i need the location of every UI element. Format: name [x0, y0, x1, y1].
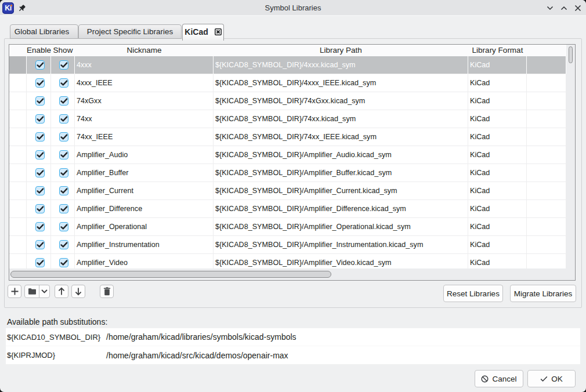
enable-checkbox[interactable]: [35, 240, 45, 249]
delete-library-button[interactable]: [100, 285, 114, 298]
migrate-libraries-button[interactable]: Migrate Libraries: [510, 285, 576, 302]
library-path-cell[interactable]: ${KICAD8_SYMBOL_DIR}/Amplifier_Current.k…: [214, 182, 468, 200]
nickname-cell[interactable]: 4xxx: [75, 56, 214, 74]
library-row[interactable]: Amplifier_Difference ${KICAD8_SYMBOL_DIR…: [9, 200, 566, 218]
library-row[interactable]: Amplifier_Instrumentation ${KICAD8_SYMBO…: [9, 236, 566, 254]
browse-library-dropdown-button[interactable]: [39, 285, 50, 298]
enable-checkbox[interactable]: [35, 60, 45, 70]
library-path-cell[interactable]: ${KICAD8_SYMBOL_DIR}/74xx.kicad_sym: [214, 110, 468, 128]
row-label-cell[interactable]: [9, 110, 27, 128]
show-checkbox[interactable]: [59, 78, 68, 88]
row-label-cell[interactable]: [9, 182, 27, 200]
nickname-cell[interactable]: Amplifier_Difference: [75, 200, 214, 218]
library-row[interactable]: Amplifier_Operational ${KICAD8_SYMBOL_DI…: [9, 218, 566, 236]
row-label-cell[interactable]: [9, 74, 27, 92]
library-path-cell[interactable]: ${KICAD8_SYMBOL_DIR}/Amplifier_Audio.kic…: [214, 146, 468, 164]
enable-checkbox[interactable]: [35, 186, 45, 195]
library-format-cell[interactable]: KiCad: [468, 254, 527, 268]
library-row[interactable]: 74xGxx ${KICAD8_SYMBOL_DIR}/74xGxx.kicad…: [9, 92, 566, 110]
enable-checkbox[interactable]: [35, 168, 45, 177]
cancel-button[interactable]: Cancel: [475, 370, 523, 387]
show-checkbox[interactable]: [59, 222, 68, 231]
library-path-cell[interactable]: ${KICAD8_SYMBOL_DIR}/Amplifier_Operation…: [214, 218, 468, 236]
library-format-cell[interactable]: KiCad: [468, 92, 527, 110]
library-path-cell[interactable]: ${KICAD8_SYMBOL_DIR}/74xx_IEEE.kicad_sym: [214, 128, 468, 146]
tab-project-specific-libraries[interactable]: Project Specific Libraries: [78, 24, 182, 39]
library-format-cell[interactable]: KiCad: [468, 56, 527, 74]
show-checkbox[interactable]: [59, 168, 68, 177]
column-header-show[interactable]: Show: [51, 45, 75, 56]
nickname-cell[interactable]: 74xGxx: [75, 92, 214, 110]
library-path-cell[interactable]: ${KICAD8_SYMBOL_DIR}/Amplifier_Video.kic…: [214, 254, 468, 268]
row-label-cell[interactable]: [9, 218, 27, 236]
library-format-cell[interactable]: KiCad: [468, 128, 527, 146]
close-window-icon[interactable]: [574, 5, 581, 12]
nickname-cell[interactable]: 74xx: [75, 110, 214, 128]
row-label-cell[interactable]: [9, 146, 27, 164]
library-path-cell[interactable]: ${KICAD8_SYMBOL_DIR}/4xxx_IEEE.kicad_sym: [214, 74, 468, 92]
library-format-cell[interactable]: KiCad: [468, 236, 527, 254]
library-row[interactable]: 74xx ${KICAD8_SYMBOL_DIR}/74xx.kicad_sym…: [9, 110, 566, 128]
show-checkbox[interactable]: [59, 60, 68, 70]
column-header-library-path[interactable]: Library Path: [214, 45, 468, 56]
show-checkbox[interactable]: [59, 150, 68, 159]
library-format-cell[interactable]: KiCad: [468, 110, 527, 128]
library-path-cell[interactable]: ${KICAD8_SYMBOL_DIR}/Amplifier_Instrumen…: [214, 236, 468, 254]
reset-libraries-button[interactable]: Reset Libraries: [443, 285, 503, 302]
enable-checkbox[interactable]: [35, 96, 45, 106]
column-header-library-format[interactable]: Library Format: [468, 45, 527, 56]
library-row[interactable]: 4xxx ${KICAD8_SYMBOL_DIR}/4xxx.kicad_sym…: [9, 56, 566, 74]
library-path-cell[interactable]: ${KICAD8_SYMBOL_DIR}/Amplifier_Buffer.ki…: [214, 164, 468, 182]
show-checkbox[interactable]: [59, 204, 68, 213]
nickname-cell[interactable]: Amplifier_Buffer: [75, 164, 214, 182]
vertical-scrollbar-thumb[interactable]: [569, 46, 573, 63]
nickname-cell[interactable]: 74xx_IEEE: [75, 128, 214, 146]
library-format-cell[interactable]: KiCad: [468, 146, 527, 164]
library-row[interactable]: 4xxx_IEEE ${KICAD8_SYMBOL_DIR}/4xxx_IEEE…: [9, 74, 566, 92]
row-label-cell[interactable]: [9, 164, 27, 182]
row-label-cell[interactable]: [9, 200, 27, 218]
library-format-cell[interactable]: KiCad: [468, 182, 527, 200]
enable-checkbox[interactable]: [35, 132, 45, 141]
tab-global-libraries[interactable]: Global Libraries: [10, 24, 78, 39]
library-row[interactable]: Amplifier_Buffer ${KICAD8_SYMBOL_DIR}/Am…: [9, 164, 566, 182]
horizontal-scrollbar[interactable]: [9, 268, 566, 280]
show-checkbox[interactable]: [59, 114, 68, 124]
maximize-window-icon[interactable]: [560, 5, 567, 12]
row-label-cell[interactable]: [9, 56, 27, 74]
nickname-cell[interactable]: Amplifier_Audio: [75, 146, 214, 164]
show-checkbox[interactable]: [59, 258, 68, 267]
library-row[interactable]: Amplifier_Current ${KICAD8_SYMBOL_DIR}/A…: [9, 182, 566, 200]
column-header-nickname[interactable]: Nickname: [75, 45, 214, 56]
show-checkbox[interactable]: [59, 240, 68, 249]
nickname-cell[interactable]: Amplifier_Operational: [75, 218, 214, 236]
show-checkbox[interactable]: [59, 186, 68, 195]
nickname-cell[interactable]: Amplifier_Instrumentation: [75, 236, 214, 254]
row-label-cell[interactable]: [9, 128, 27, 146]
show-checkbox[interactable]: [59, 132, 68, 141]
library-format-cell[interactable]: KiCad: [468, 74, 527, 92]
browse-library-button[interactable]: [24, 285, 39, 298]
move-up-button[interactable]: [55, 285, 68, 298]
library-path-cell[interactable]: ${KICAD8_SYMBOL_DIR}/Amplifier_Differenc…: [214, 200, 468, 218]
library-path-cell[interactable]: ${KICAD8_SYMBOL_DIR}/74xGxx.kicad_sym: [214, 92, 468, 110]
show-checkbox[interactable]: [59, 96, 68, 106]
row-label-cell[interactable]: [9, 254, 27, 268]
enable-checkbox[interactable]: [35, 150, 45, 159]
vertical-scrollbar[interactable]: [566, 45, 575, 280]
move-down-button[interactable]: [71, 285, 85, 298]
column-header-enable[interactable]: Enable: [27, 45, 51, 56]
ok-button[interactable]: OK: [527, 370, 576, 387]
enable-checkbox[interactable]: [35, 204, 45, 213]
library-format-cell[interactable]: KiCad: [468, 164, 527, 182]
close-tab-icon[interactable]: [215, 28, 222, 35]
enable-checkbox[interactable]: [35, 222, 45, 231]
library-row[interactable]: 74xx_IEEE ${KICAD8_SYMBOL_DIR}/74xx_IEEE…: [9, 128, 566, 146]
enable-checkbox[interactable]: [35, 258, 45, 267]
nickname-cell[interactable]: Amplifier_Current: [75, 182, 214, 200]
library-format-cell[interactable]: KiCad: [468, 200, 527, 218]
enable-checkbox[interactable]: [35, 78, 45, 88]
tab-kicad[interactable]: KiCad: [182, 24, 224, 41]
nickname-cell[interactable]: Amplifier_Video: [75, 254, 214, 268]
row-label-cell[interactable]: [9, 92, 27, 110]
